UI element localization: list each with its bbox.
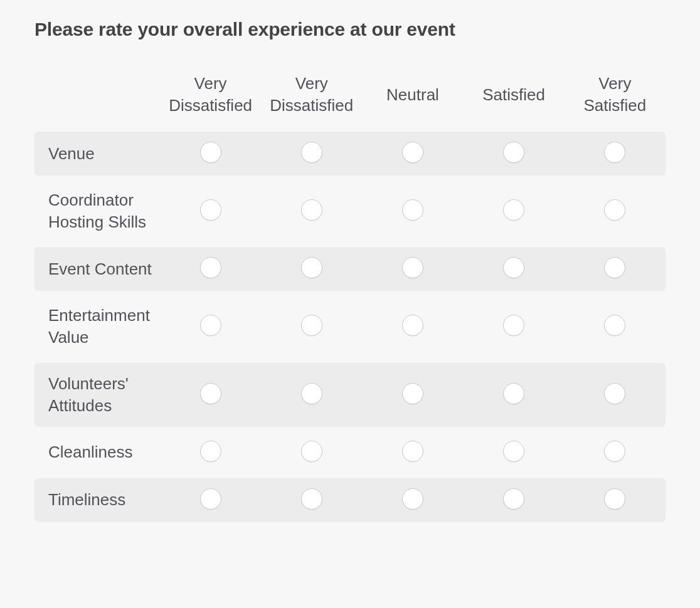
- radio-option[interactable]: [402, 488, 423, 510]
- radio-option[interactable]: [503, 142, 524, 163]
- table-row: Venue: [34, 132, 666, 176]
- row-label: Volunteers' Attitudes: [34, 363, 160, 427]
- column-header: Satisfied: [464, 63, 565, 128]
- column-header: Neutral: [362, 63, 463, 128]
- radio-option[interactable]: [604, 142, 625, 163]
- radio-option[interactable]: [503, 383, 524, 404]
- column-header-spacer: [34, 63, 160, 128]
- radio-option[interactable]: [200, 488, 221, 510]
- radio-option[interactable]: [503, 315, 524, 336]
- row-label: Coordinator Hosting Skills: [34, 179, 160, 243]
- table-row: Timeliness: [34, 478, 666, 522]
- radio-option[interactable]: [301, 257, 322, 278]
- likert-grid: Very Dissatisfied Very Dissatisfied Neut…: [34, 59, 666, 526]
- radio-option[interactable]: [301, 488, 322, 510]
- radio-option[interactable]: [200, 383, 221, 404]
- radio-option[interactable]: [301, 142, 322, 163]
- radio-option[interactable]: [402, 199, 423, 221]
- radio-option[interactable]: [200, 142, 221, 163]
- radio-option[interactable]: [200, 441, 221, 462]
- table-row: Event Content: [34, 247, 666, 291]
- row-label: Timeliness: [34, 478, 160, 522]
- column-header: Very Dissatisfied: [261, 63, 362, 128]
- radio-option[interactable]: [503, 199, 524, 221]
- radio-option[interactable]: [402, 257, 423, 278]
- radio-option[interactable]: [200, 199, 221, 221]
- radio-option[interactable]: [301, 441, 322, 462]
- table-row: Coordinator Hosting Skills: [34, 179, 666, 243]
- radio-option[interactable]: [402, 142, 423, 163]
- radio-option[interactable]: [604, 383, 625, 404]
- question-title: Please rate your overall experience at o…: [34, 19, 666, 40]
- table-row: Entertainment Value: [34, 295, 666, 359]
- radio-option[interactable]: [200, 257, 221, 278]
- row-label: Event Content: [34, 247, 160, 291]
- radio-option[interactable]: [604, 488, 625, 510]
- survey-question: Please rate your overall experience at o…: [0, 0, 700, 545]
- radio-option[interactable]: [402, 315, 423, 336]
- row-label: Venue: [34, 132, 160, 176]
- radio-option[interactable]: [503, 441, 524, 462]
- column-header: Very Satisfied: [565, 63, 666, 128]
- radio-option[interactable]: [604, 199, 625, 221]
- radio-option[interactable]: [200, 315, 221, 336]
- radio-option[interactable]: [402, 383, 423, 404]
- radio-option[interactable]: [503, 488, 524, 510]
- row-label: Cleanliness: [34, 431, 160, 474]
- table-row: Volunteers' Attitudes: [34, 363, 666, 427]
- row-label: Entertainment Value: [34, 295, 160, 359]
- radio-option[interactable]: [604, 257, 625, 278]
- radio-option[interactable]: [301, 199, 322, 221]
- radio-option[interactable]: [301, 315, 322, 336]
- radio-option[interactable]: [604, 441, 625, 462]
- radio-option[interactable]: [402, 441, 423, 462]
- radio-option[interactable]: [604, 315, 625, 336]
- column-header: Very Dissatisfied: [160, 63, 261, 128]
- radio-option[interactable]: [301, 383, 322, 404]
- radio-option[interactable]: [503, 257, 524, 278]
- table-row: Cleanliness: [34, 431, 666, 474]
